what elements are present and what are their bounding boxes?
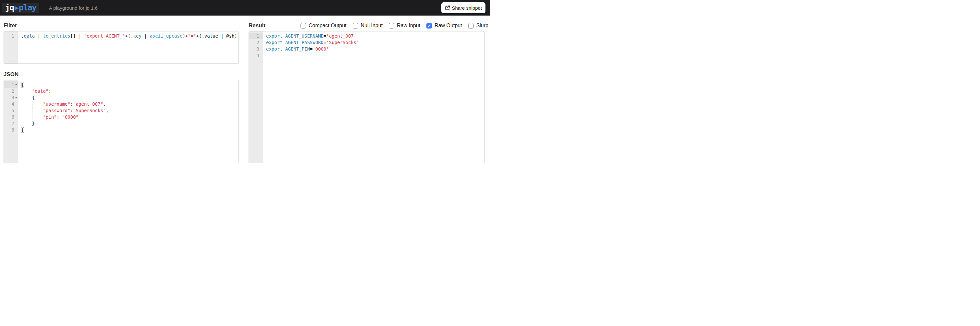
line-number: 2 (249, 39, 263, 46)
option-label-raw-output[interactable]: Raw Output (434, 23, 462, 28)
fold-arrow-icon[interactable]: ▾ (14, 81, 18, 88)
line-number: 1 (249, 33, 263, 39)
code-line: 6 "pin": "0000" (4, 114, 239, 120)
code-line: 3▾ { (4, 94, 239, 101)
line-number: 3 (249, 46, 263, 52)
option-label-null-input[interactable]: Null Input (361, 23, 383, 28)
checkbox-compact-output[interactable] (301, 23, 306, 28)
input-column: Filter 1.data | to_entries[] | "export A… (3, 16, 239, 163)
option-raw-input[interactable]: Raw Input (389, 23, 420, 28)
indent-guide (32, 107, 32, 114)
output-options: Compact OutputNull InputRaw Input✓Raw Ou… (301, 23, 488, 28)
option-compact-output[interactable]: Compact Output (301, 23, 347, 28)
line-number: 2 (4, 88, 18, 94)
code-line: 1▾{ (4, 81, 239, 88)
share-icon (445, 5, 450, 10)
code-text: .data | to_entries[] | "export AGENT_"+(… (18, 33, 239, 39)
logo-jq-text: jq (5, 4, 14, 12)
code-text: } (18, 120, 239, 127)
filter-editor[interactable]: 1.data | to_entries[] | "export AGENT_"+… (3, 31, 239, 64)
main-content: Filter 1.data | to_entries[] | "export A… (0, 16, 490, 163)
checkbox-raw-input[interactable] (389, 23, 394, 28)
result-column: Result Compact OutputNull InputRaw Input… (248, 16, 488, 163)
code-line: 3export AGENT_PIN='0000' (249, 46, 484, 52)
line-number: 6 (4, 114, 18, 120)
code-line: 8} (4, 127, 239, 133)
share-snippet-button[interactable]: Share snippet (441, 2, 485, 13)
code-text (263, 52, 484, 59)
checkbox-null-input[interactable] (353, 23, 358, 28)
code-text: "username":"agent_007", (18, 101, 239, 107)
checkmark-icon: ✓ (427, 23, 431, 27)
indent-guide (32, 101, 32, 107)
code-line: 2 "data": (4, 88, 239, 94)
jqplay-page: jq ▶ play A playground for jq 1.6 Share … (0, 0, 490, 163)
option-null-input[interactable]: Null Input (353, 23, 383, 28)
result-editor[interactable]: 1export AGENT_USERNAME='agent_007'2expor… (248, 31, 484, 163)
code-line: 2export AGENT_PASSWORD='SuperSocks' (249, 39, 484, 46)
line-number: 7 (4, 120, 18, 127)
json-input-editor[interactable]: 1▾{2 "data":3▾ {4 "username":"agent_007"… (3, 80, 239, 163)
option-slurp[interactable]: Slurp (468, 23, 488, 28)
jqplay-logo[interactable]: jq ▶ play (2, 3, 39, 13)
code-text: "password":"SuperSocks", (18, 107, 239, 114)
code-line: 4 (249, 52, 484, 59)
fold-arrow-icon[interactable]: ▾ (14, 94, 18, 101)
option-label-slurp[interactable]: Slurp (476, 23, 488, 28)
code-text: { (18, 81, 239, 88)
checkbox-slurp[interactable] (468, 23, 474, 28)
code-text: "pin": "0000" (18, 114, 239, 120)
result-heading: Result (248, 23, 266, 28)
code-line: 1.data | to_entries[] | "export AGENT_"+… (4, 33, 239, 39)
logo-play-triangle-icon: ▶ (14, 5, 19, 11)
option-raw-output[interactable]: ✓Raw Output (426, 23, 462, 28)
code-text: { (18, 94, 239, 101)
option-label-raw-input[interactable]: Raw Input (397, 23, 420, 28)
line-number: 5 (4, 107, 18, 114)
logo-play-text: play (19, 4, 37, 12)
code-text: export AGENT_USERNAME='agent_007' (263, 33, 484, 39)
code-line: 1export AGENT_USERNAME='agent_007' (249, 33, 484, 39)
line-number: 8 (4, 127, 18, 133)
line-number: 1 (4, 33, 18, 39)
code-text: } (18, 127, 239, 133)
code-line: 7 } (4, 120, 239, 127)
code-text: "data": (18, 88, 239, 94)
share-button-label: Share snippet (452, 5, 482, 11)
code-text: export AGENT_PASSWORD='SuperSocks' (263, 39, 484, 46)
line-number: 1▾ (4, 81, 18, 88)
line-number: 3▾ (4, 94, 18, 101)
indent-guide (32, 114, 32, 120)
json-heading: JSON (3, 71, 239, 78)
navbar: jq ▶ play A playground for jq 1.6 Share … (0, 0, 490, 16)
line-number: 4 (4, 101, 18, 107)
line-number: 4 (249, 52, 263, 59)
checkbox-raw-output-checked[interactable]: ✓ (426, 23, 432, 28)
code-text: export AGENT_PIN='0000' (263, 46, 484, 52)
filter-heading: Filter (3, 23, 17, 28)
code-line: 4 "username":"agent_007", (4, 101, 239, 107)
tagline: A playground for jq 1.6 (49, 5, 98, 11)
code-line: 5 "password":"SuperSocks", (4, 107, 239, 114)
option-label-compact-output[interactable]: Compact Output (309, 23, 347, 28)
